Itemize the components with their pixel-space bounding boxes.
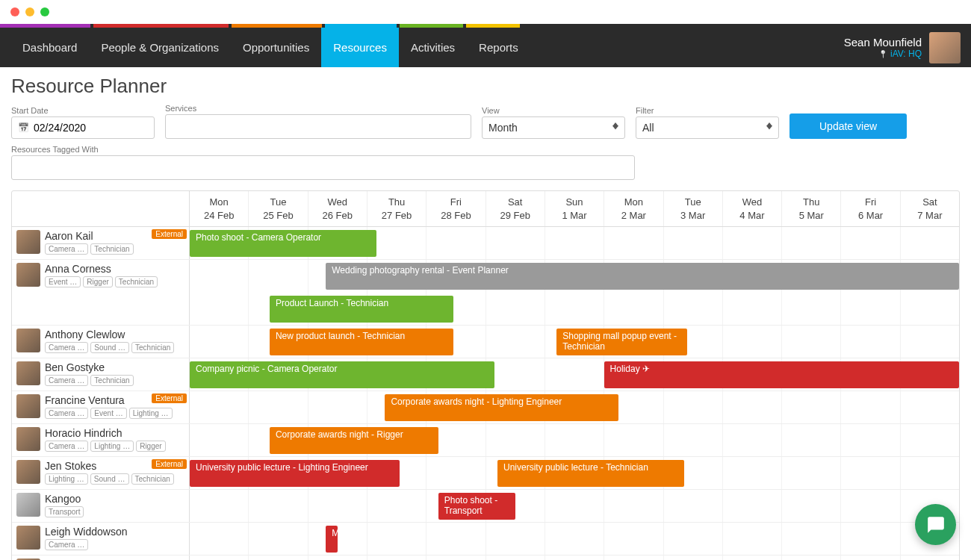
resource-avatar xyxy=(16,230,40,254)
start-date-input-wrap[interactable] xyxy=(11,116,155,139)
resource-name: Leigh Widdowson xyxy=(45,526,184,538)
filter-label: Filter xyxy=(636,106,779,115)
window-zoom-button[interactable] xyxy=(40,7,49,16)
nav-resources[interactable]: Resources xyxy=(321,28,399,67)
resource-tag: Technician xyxy=(131,473,174,485)
resource-cell[interactable]: Leigh WiddowsonCamera … xyxy=(12,523,190,555)
resource-avatar xyxy=(16,361,40,385)
day-header: Mon24 Feb xyxy=(190,191,249,226)
start-date-label: Start Date xyxy=(11,106,155,115)
event-bar[interactable]: New product launch - Technician xyxy=(270,329,453,355)
user-name: Sean Mounfield xyxy=(844,36,922,49)
resource-name: Anthony Clewlow xyxy=(45,329,184,340)
resource-avatar xyxy=(16,427,40,451)
resource-cell[interactable]: Marty Hooney xyxy=(12,556,190,560)
day-header: Sun1 Mar xyxy=(545,191,604,226)
resource-row: Anthony ClewlowCamera …Sound …Technician… xyxy=(12,326,959,358)
resource-cell[interactable]: KangooTransport xyxy=(12,490,190,522)
resource-row: Marty Hooney xyxy=(12,556,959,560)
timeline: Wedding photography rental - Event Plann… xyxy=(190,260,959,325)
resource-cell[interactable]: Aaron KailCamera …TechnicianExternal xyxy=(12,227,190,259)
resource-row: Ben GostykeCamera …TechnicianCompany pic… xyxy=(12,358,959,391)
event-bar[interactable]: Photo shoot - Transport xyxy=(438,493,515,520)
resource-row: Aaron KailCamera …TechnicianExternalPhot… xyxy=(12,227,959,260)
event-bar[interactable]: M xyxy=(326,526,338,553)
nav-opportunities[interactable]: Opportunities xyxy=(231,28,321,67)
event-bar[interactable]: University public lecture - Lighting Eng… xyxy=(190,460,400,487)
resource-cell[interactable]: Francine VenturaCamera …Event …Lighting … xyxy=(12,391,190,423)
resource-name: Ben Gostyke xyxy=(45,361,184,373)
resource-cell[interactable]: Jen StokesLighting …Sound …TechnicianExt… xyxy=(12,457,190,489)
event-bar[interactable]: Company picnic - Camera Operator xyxy=(190,361,494,388)
resource-column-header xyxy=(12,191,190,226)
filter-bar: Start Date Services View Month Filter Al… xyxy=(11,104,960,139)
resource-tag: Event … xyxy=(45,276,81,287)
user-avatar[interactable] xyxy=(929,32,961,63)
window-controls xyxy=(0,0,971,24)
event-bar[interactable]: University public lecture - Technician xyxy=(497,460,684,487)
resource-row: Leigh WiddowsonCamera …M xyxy=(12,523,959,556)
resource-avatar xyxy=(16,263,40,287)
timeline: Photo shoot - Transport xyxy=(190,490,959,522)
resource-avatar xyxy=(16,329,40,352)
resource-tag: Technician xyxy=(90,375,133,386)
resource-row: KangooTransportPhoto shoot - Transport xyxy=(12,490,959,523)
user-location: iAV: HQ xyxy=(878,49,922,59)
window-minimize-button[interactable] xyxy=(25,7,34,16)
external-badge: External xyxy=(152,459,187,469)
timeline: Corporate awards night - Lighting Engine… xyxy=(190,391,959,423)
event-bar[interactable]: Holiday ✈ xyxy=(604,361,959,388)
event-bar[interactable]: Corporate awards night - Rigger xyxy=(270,427,438,454)
services-input-wrap[interactable] xyxy=(165,114,471,139)
tags-label: Resources Tagged With xyxy=(11,145,635,154)
resource-name: Kangoo xyxy=(45,493,184,505)
start-date-input[interactable] xyxy=(34,122,148,134)
resource-cell[interactable]: Ben GostykeCamera …Technician xyxy=(12,358,190,391)
nav-people-organizations[interactable]: People & Organizations xyxy=(89,28,231,67)
day-header: Tue3 Mar xyxy=(664,191,723,226)
timeline: Corporate awards night - Rigger xyxy=(190,424,959,456)
resource-planner-grid: Mon24 FebTue25 FebWed26 FebThu27 FebFri2… xyxy=(11,190,960,560)
update-view-button[interactable]: Update view xyxy=(789,113,907,139)
services-input[interactable] xyxy=(172,121,465,133)
timeline xyxy=(190,556,959,560)
day-header: Wed4 Mar xyxy=(723,191,782,226)
resource-cell[interactable]: Horacio HindrichCamera …Lighting …Rigger xyxy=(12,424,190,456)
window-close-button[interactable] xyxy=(10,7,19,16)
chat-launcher-button[interactable] xyxy=(915,504,956,545)
resource-cell[interactable]: Anna CornessEvent …RiggerTechnician xyxy=(12,260,190,325)
event-bar[interactable]: Product Launch - Technician xyxy=(270,296,453,323)
day-header: Sat29 Feb xyxy=(486,191,545,226)
event-bar[interactable]: Corporate awards night - Lighting Engine… xyxy=(385,394,618,421)
resource-name: Horacio Hindrich xyxy=(45,427,184,439)
timeline: Photo shoot - Camera Operator xyxy=(190,227,959,259)
resource-tag: Lighting … xyxy=(129,408,173,419)
nav-dashboard[interactable]: Dashboard xyxy=(10,28,89,67)
view-label: View xyxy=(482,106,625,115)
tags-input-wrap[interactable] xyxy=(11,155,635,180)
day-header: Mon2 Mar xyxy=(604,191,663,226)
user-menu[interactable]: Sean Mounfield iAV: HQ xyxy=(844,28,929,67)
resource-tag: Camera … xyxy=(45,441,88,452)
resource-tag: Transport xyxy=(45,506,84,517)
resource-tag: Camera … xyxy=(45,342,88,353)
nav-activities[interactable]: Activities xyxy=(399,28,467,67)
resource-cell[interactable]: Anthony ClewlowCamera …Sound …Technician xyxy=(12,326,190,358)
event-bar[interactable]: Wedding photography rental - Event Plann… xyxy=(326,263,959,290)
resource-tag: Camera … xyxy=(45,539,88,550)
resource-tag: Rigger xyxy=(83,276,112,287)
timeline: University public lecture - Lighting Eng… xyxy=(190,457,959,489)
view-select[interactable]: Month xyxy=(482,116,625,139)
tags-input[interactable] xyxy=(18,162,628,174)
resource-tag: Lighting … xyxy=(45,473,88,485)
event-bar[interactable]: Shopping mall popup event - Technician xyxy=(556,329,686,355)
filter-select[interactable]: All xyxy=(636,116,779,139)
services-label: Services xyxy=(165,104,471,113)
timeline: Company picnic - Camera OperatorHoliday … xyxy=(190,358,959,391)
resource-tag: Rigger xyxy=(136,441,165,452)
resource-avatar xyxy=(16,526,40,550)
main-navbar: DashboardPeople & OrganizationsOpportuni… xyxy=(0,28,971,67)
event-bar[interactable]: Photo shoot - Camera Operator xyxy=(190,230,376,257)
page-title: Resource Planner xyxy=(11,75,960,98)
nav-reports[interactable]: Reports xyxy=(467,28,530,67)
